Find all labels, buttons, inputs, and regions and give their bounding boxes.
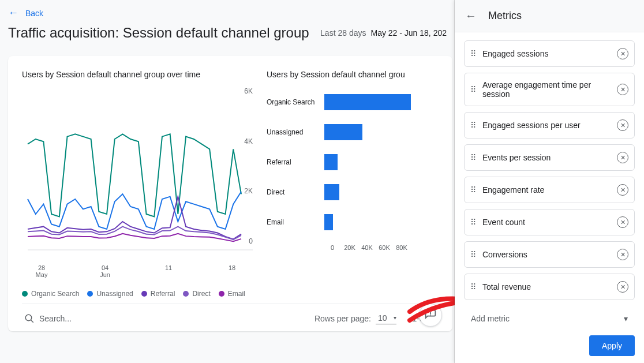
legend-item[interactable]: Email <box>219 290 245 298</box>
metric-item[interactable]: ⠿ Engaged sessions ✕ <box>464 40 635 67</box>
drag-handle-icon[interactable]: ⠿ <box>470 156 477 159</box>
drag-handle-icon[interactable]: ⠿ <box>470 221 477 223</box>
back-button[interactable]: ← Back <box>0 0 51 21</box>
drag-handle-icon[interactable]: ⠿ <box>470 253 477 256</box>
feedback-icon <box>425 309 436 321</box>
chart-legend: Organic SearchUnassignedReferralDirectEm… <box>22 290 253 298</box>
metric-label: Engaged sessions <box>482 49 611 58</box>
bar-row[interactable]: Referral <box>267 154 411 170</box>
bar-label: Unassigned <box>267 128 324 136</box>
bar-value <box>324 124 362 140</box>
metric-label: Total revenue <box>482 282 611 291</box>
metric-item[interactable]: ⠿ Conversions ✕ <box>464 241 635 268</box>
bar-chart-title: Users by Session default channel grou <box>267 70 443 79</box>
metric-label: Conversions <box>482 250 611 259</box>
bar-value <box>324 184 339 200</box>
panel-title: Metrics <box>488 10 522 22</box>
remove-metric-button[interactable]: ✕ <box>617 184 628 196</box>
legend-label: Organic Search <box>31 290 79 298</box>
bar-value <box>324 94 411 110</box>
date-range-picker[interactable]: Last 28 days May 22 - Jun 18, 202 <box>320 28 447 38</box>
remove-metric-button[interactable]: ✕ <box>617 249 628 260</box>
add-metric-label: Add metric <box>471 314 510 323</box>
bar-value <box>324 154 338 170</box>
metric-item[interactable]: ⠿ Events per session ✕ <box>464 144 635 171</box>
rows-per-page-label: Rows per page: <box>314 314 371 323</box>
svg-rect-2 <box>430 315 431 316</box>
drag-handle-icon[interactable]: ⠿ <box>470 88 477 91</box>
drag-handle-icon[interactable]: ⠿ <box>470 286 477 288</box>
chevron-down-icon: ▾ <box>624 314 628 323</box>
drag-handle-icon[interactable]: ⠿ <box>470 189 477 191</box>
rows-per-page-select[interactable]: 10 <box>376 312 396 324</box>
remove-metric-button[interactable]: ✕ <box>617 152 628 163</box>
bar-row[interactable]: Direct <box>267 184 411 200</box>
bar-label: Email <box>267 218 324 226</box>
legend-dot-icon <box>219 291 224 297</box>
search-icon <box>24 313 35 324</box>
search-input[interactable]: Search... <box>24 313 72 324</box>
legend-label: Referral <box>151 290 175 298</box>
metric-label: Event count <box>482 218 611 227</box>
remove-metric-button[interactable]: ✕ <box>617 119 628 131</box>
apply-button[interactable]: Apply <box>589 335 635 356</box>
add-metric-button[interactable]: Add metric▾ <box>464 306 635 328</box>
date-range-label: Last 28 days <box>320 28 366 38</box>
legend-label: Direct <box>192 290 210 298</box>
arrow-left-icon: ← <box>8 7 18 19</box>
bar-row[interactable]: Organic Search <box>267 94 411 110</box>
remove-metric-button[interactable]: ✕ <box>617 216 628 228</box>
svg-point-3 <box>25 315 32 321</box>
report-card: Users by Session default channel group o… <box>8 56 452 331</box>
bar-chart-x-axis: 020K40K60K80K <box>324 244 443 251</box>
legend-dot-icon <box>22 291 28 297</box>
legend-item[interactable]: Referral <box>141 290 175 298</box>
legend-dot-icon <box>141 291 147 297</box>
line-chart-y-axis: 02K4K6K <box>239 91 253 246</box>
drag-handle-icon[interactable]: ⠿ <box>470 124 477 126</box>
line-chart[interactable] <box>22 88 253 261</box>
legend-dot-icon <box>183 291 189 297</box>
feedback-button[interactable] <box>419 304 442 327</box>
legend-item[interactable]: Organic Search <box>22 290 79 298</box>
metric-label: Engaged sessions per user <box>482 121 611 130</box>
metric-label: Engagement rate <box>482 185 611 194</box>
panel-back-button[interactable]: ← <box>465 9 477 23</box>
page-title: Traffic acquisition: Session default cha… <box>8 25 309 41</box>
bar-row[interactable]: Email <box>267 214 411 230</box>
legend-item[interactable]: Direct <box>183 290 210 298</box>
bar-label: Direct <box>267 188 324 196</box>
legend-label: Unassigned <box>96 290 133 298</box>
legend-item[interactable]: Unassigned <box>87 290 133 298</box>
bar-label: Organic Search <box>267 98 324 106</box>
bar-chart[interactable]: Organic SearchUnassignedReferralDirectEm… <box>267 94 411 230</box>
bar-label: Referral <box>267 158 324 166</box>
drag-handle-icon[interactable]: ⠿ <box>470 53 477 55</box>
line-chart-title: Users by Session default channel group o… <box>22 70 253 79</box>
remove-metric-button[interactable]: ✕ <box>617 281 628 293</box>
metric-item[interactable]: ⠿ Engaged sessions per user ✕ <box>464 112 635 139</box>
metric-item[interactable]: ⠿ Total revenue ✕ <box>464 274 635 300</box>
bar-value <box>324 214 333 230</box>
metrics-panel: ← Metrics ⠿ Engaged sessions ✕ ⠿ Average… <box>455 0 644 363</box>
back-label: Back <box>25 9 43 18</box>
remove-metric-button[interactable]: ✕ <box>617 84 628 95</box>
search-placeholder: Search... <box>39 314 72 323</box>
metric-label: Average engagement time per session <box>482 80 611 99</box>
metric-item[interactable]: ⠿ Average engagement time per session ✕ <box>464 73 635 106</box>
svg-rect-1 <box>430 312 431 315</box>
date-range-value: May 22 - Jun 18, 202 <box>370 28 447 38</box>
remove-metric-button[interactable]: ✕ <box>617 48 628 59</box>
metric-item[interactable]: ⠿ Engagement rate ✕ <box>464 177 635 203</box>
bar-row[interactable]: Unassigned <box>267 124 411 140</box>
metric-item[interactable]: ⠿ Event count ✕ <box>464 209 635 235</box>
legend-label: Email <box>228 290 245 298</box>
line-chart-x-axis: 28May04Jun1118 <box>30 264 244 278</box>
metric-label: Events per session <box>482 153 611 162</box>
svg-line-4 <box>31 320 33 323</box>
legend-dot-icon <box>87 291 93 297</box>
